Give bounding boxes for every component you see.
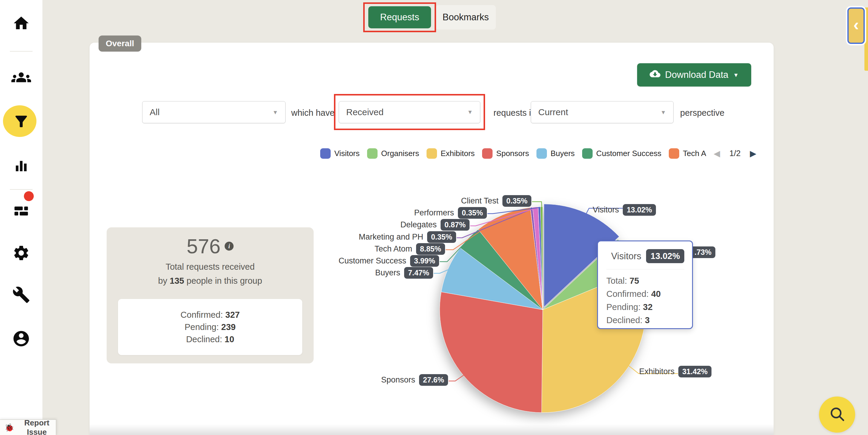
pie-label-percent-badge: 0.35% (427, 231, 456, 243)
pie-label-text: Delegates (401, 220, 437, 229)
chevron-down-icon: ▼ (272, 109, 278, 115)
search-fab-button[interactable] (819, 397, 855, 433)
summary-status-card: Confirmed: 327 Pending: 239 Declined: 10 (118, 299, 302, 355)
report-issue-label: Report Issue (18, 418, 56, 435)
legend-item-exhibitors[interactable]: Exhibitors (427, 148, 475, 159)
direction-select[interactable]: Received ▼ (339, 101, 480, 123)
legend-item-label: Exhibitors (441, 149, 475, 158)
legend-item-label: Tech A (683, 149, 706, 158)
sidebar-divider (10, 189, 33, 190)
legend-item-visitors[interactable]: Visitors (320, 148, 360, 159)
legend-item-label: Sponsors (496, 149, 529, 158)
bar-chart-icon (12, 157, 30, 175)
gear-icon (12, 244, 30, 262)
home-icon (12, 14, 30, 32)
sidebar-item-people[interactable] (11, 67, 31, 87)
pie-label-percent-badge: 0.35% (458, 207, 487, 219)
requests-tab-highlight-box: Requests (363, 2, 436, 32)
filter-icon (12, 113, 30, 130)
tooltip-pending-row: Pending: 32 (606, 300, 684, 313)
sidebar-item-tools[interactable] (12, 286, 30, 304)
chevron-down-icon: ▼ (467, 109, 473, 115)
tooltip-confirmed-row: Confirmed: 40 (606, 287, 684, 300)
filter-connector-which-have: which have (291, 108, 335, 118)
pie-label-marketing-and-ph: Marketing and PH0.35% (359, 231, 456, 243)
tooltip-divider (606, 269, 684, 269)
download-cloud-icon (650, 68, 660, 81)
legend-color-chip (536, 148, 547, 159)
tooltip-percent-badge: 13.02% (646, 249, 684, 263)
legend-color-chip (582, 148, 593, 159)
pie-label-performers: Performers0.35% (414, 207, 487, 219)
legend-item-tech-a[interactable]: Tech A (669, 148, 706, 159)
pie-label-text: Performers (414, 208, 454, 218)
sidebar-divider (10, 51, 33, 52)
pie-label-text: Marketing and PH (359, 232, 423, 242)
group-select[interactable]: All ▼ (142, 101, 285, 123)
pie-label-exhibitors: Exhibitors31.42% (639, 366, 712, 377)
pie-label-percent-badge: 27.6% (419, 374, 448, 386)
pie-label-delegates: Delegates0.87% (401, 219, 469, 231)
people-icon (11, 67, 31, 87)
overall-badge: Overall (99, 35, 141, 52)
total-requests-value: 576 (187, 235, 220, 258)
slice-tooltip: Visitors 13.02% Total: 75 Confirmed: 40 … (597, 240, 693, 329)
pie-label-customer-success: Customer Success3.99% (339, 255, 439, 267)
received-select-highlight-box: Received ▼ (334, 94, 485, 130)
legend-color-chip (669, 148, 679, 159)
tab-requests[interactable]: Requests (368, 6, 431, 28)
account-icon (12, 329, 30, 348)
collapse-panel-button[interactable]: ‹ (847, 7, 865, 44)
legend-item-organisers[interactable]: Organisers (367, 148, 419, 159)
legend-next-page-icon[interactable]: ▶ (750, 148, 756, 159)
filter-connector-perspective: perspective (680, 108, 724, 118)
legend-item-sponsors[interactable]: Sponsors (482, 148, 529, 159)
pie-label-percent-badge: 0.87% (441, 219, 469, 231)
tools-icon (12, 286, 30, 304)
sidebar-item-account[interactable] (12, 329, 30, 348)
search-icon (828, 405, 846, 424)
legend-color-chip (320, 148, 331, 159)
legend-color-chip (427, 148, 437, 159)
sidebar (0, 0, 42, 435)
tab-bookmarks[interactable]: Bookmarks (435, 5, 496, 30)
pie-label-percent-badge: 0.35% (502, 195, 531, 207)
summary-line2: by 135 people in this group (106, 276, 314, 286)
direction-select-value: Received (346, 107, 383, 117)
pie-label-percent-badge: 31.42% (678, 366, 712, 377)
pie-label-text: Client Test (461, 196, 499, 206)
pending-row: Pending: 239 (185, 322, 236, 332)
legend-item-customer-success[interactable]: Customer Success (582, 148, 661, 159)
sidebar-item-analytics[interactable] (12, 157, 30, 175)
download-data-label: Download Data (665, 69, 728, 80)
pie-label-text: Customer Success (339, 256, 406, 266)
perspective-select[interactable]: Current ▼ (531, 101, 674, 123)
report-issue-button[interactable]: 🐞 Report Issue (0, 420, 56, 435)
legend-item-buyers[interactable]: Buyers (536, 148, 575, 159)
scrollbar-thumb[interactable] (864, 7, 868, 71)
chart-legend: VisitorsOrganisersExhibitorsSponsorsBuye… (320, 148, 756, 159)
info-icon[interactable]: i (225, 242, 234, 250)
sidebar-item-dashboard[interactable] (12, 202, 30, 220)
download-data-button[interactable]: Download Data ▼ (637, 63, 751, 87)
chevron-down-icon: ▼ (660, 109, 666, 115)
legend-item-label: Customer Success (596, 149, 661, 158)
pie-label-client-test: Client Test0.35% (461, 195, 531, 207)
legend-prev-page-icon[interactable]: ◀ (714, 148, 720, 159)
sidebar-item-filters[interactable] (12, 113, 30, 130)
pie-chart (329, 191, 777, 435)
filter-connector-requests-in: requests in (493, 108, 536, 118)
confirmed-row: Confirmed: 327 (180, 310, 240, 320)
pie-slice-sponsors[interactable] (440, 292, 543, 413)
sidebar-item-settings[interactable] (12, 244, 30, 262)
pie-label-text: Tech Atom (375, 244, 412, 254)
organisers-percent-badge-fragment: .73% (690, 246, 715, 258)
pie-label-percent-badge: 3.99% (410, 255, 439, 267)
notification-dot (24, 191, 34, 201)
pie-label-text: Buyers (375, 268, 400, 277)
summary-line1: Total requests received (106, 262, 314, 272)
pie-label-percent-badge: 7.47% (404, 267, 433, 279)
group-select-value: All (150, 107, 159, 117)
sidebar-item-home[interactable] (12, 14, 30, 32)
chevron-left-icon: ‹ (854, 15, 859, 34)
